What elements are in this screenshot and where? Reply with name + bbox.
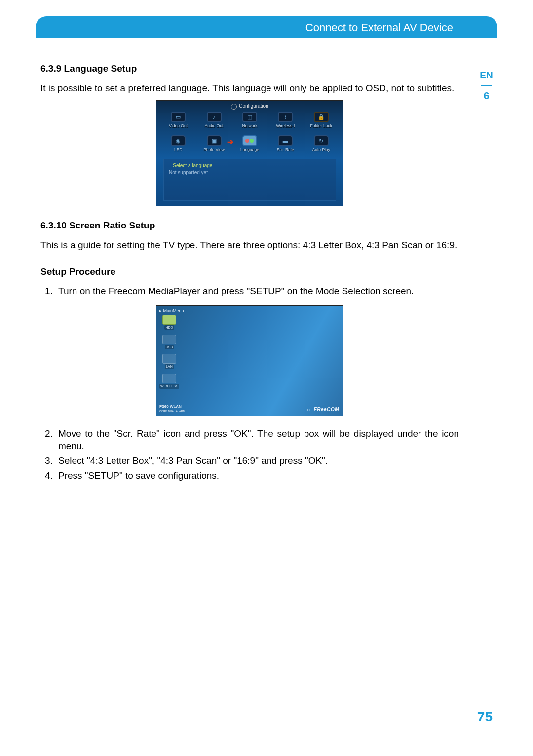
- mainmenu-sidebar: HDD USB LAN WIRELESS: [159, 315, 179, 393]
- mm-item-hdd: HDD: [159, 315, 179, 331]
- para-language-setup: It is possible to set a preferred langua…: [40, 82, 459, 95]
- heading-screen-ratio: 6.3.10 Screen Ratio Setup: [40, 219, 459, 232]
- panel-line1: – Select a language: [169, 162, 331, 169]
- config-row2: ◉LED ▣Photo View Language ▬Scr. Rate ↻Au…: [160, 135, 339, 152]
- side-tab: EN 6: [475, 69, 497, 103]
- page-number: 75: [477, 708, 493, 726]
- mm-item-wireless: WIRELESS: [159, 374, 179, 389]
- procedure-list: Turn on the Freecom MediaPlayer and pres…: [40, 285, 459, 298]
- icon-led: ◉LED: [162, 135, 194, 152]
- procedure-step-2: Move to the "Scr. Rate" icon and press "…: [55, 427, 459, 453]
- procedure-step-1: Turn on the Freecom MediaPlayer and pres…: [55, 285, 459, 298]
- config-panel: – Select a language Not supported yet: [163, 159, 336, 201]
- chapter-header: Connect to External AV Device: [36, 16, 497, 38]
- mm-model: P360 WLANCORD DUAL ALARM: [159, 404, 185, 413]
- procedure-step-4: Press "SETUP" to save configurations.: [55, 469, 459, 482]
- chapter-title: Connect to External AV Device: [305, 20, 453, 35]
- config-row1: ▭Video Out ♪Audio Out ◫Network ≀Wireless…: [160, 112, 339, 129]
- icon-auto-play: ↻Auto Play: [305, 135, 337, 152]
- screenshot-mainmenu: ▸ MainMenu HDD USB LAN WIRELESS P360 WLA…: [156, 305, 343, 416]
- heading-setup-procedure: Setup Procedure: [40, 265, 459, 278]
- page-content: 6.3.9 Language Setup It is possible to s…: [40, 59, 459, 485]
- icon-video-out: ▭Video Out: [162, 112, 194, 129]
- screenshot-configuration-wrap: Configuration ▭Video Out ♪Audio Out ◫Net…: [40, 100, 459, 206]
- icon-wireless: ≀Wireless-I: [269, 112, 301, 129]
- icon-photo-view: ▣Photo View: [198, 135, 230, 152]
- procedure-step-3: Select "4:3 Letter Box", "4:3 Pan Scan" …: [55, 454, 459, 467]
- config-title: Configuration: [156, 103, 343, 110]
- selection-arrow-icon: ➔: [227, 137, 233, 148]
- heading-language-setup: 6.3.9 Language Setup: [40, 62, 459, 75]
- icon-folder-lock: 🔒Folder Lock: [305, 112, 337, 129]
- icon-network: ◫Network: [234, 112, 266, 129]
- panel-line2: Not supported yet: [169, 169, 331, 176]
- procedure-list-cont: Move to the "Scr. Rate" icon and press "…: [40, 427, 459, 482]
- icon-audio-out: ♪Audio Out: [198, 112, 230, 129]
- mm-item-usb: USB: [159, 335, 179, 350]
- side-tab-lang: EN: [475, 69, 497, 82]
- icon-scr-rate: ▬Scr. Rate: [269, 135, 301, 152]
- mm-item-lan: LAN: [159, 354, 179, 370]
- icon-language: Language: [234, 135, 266, 152]
- screenshot-mainmenu-wrap: ▸ MainMenu HDD USB LAN WIRELESS P360 WLA…: [40, 305, 459, 416]
- mainmenu-title: ▸ MainMenu: [159, 308, 184, 314]
- side-tab-chapter: 6: [475, 89, 497, 103]
- para-screen-ratio: This is a guide for setting the TV type.…: [40, 239, 459, 252]
- side-tab-divider: [481, 85, 492, 86]
- mm-brand: FReeCOM: [307, 406, 339, 413]
- screenshot-configuration: Configuration ▭Video Out ♪Audio Out ◫Net…: [156, 100, 343, 206]
